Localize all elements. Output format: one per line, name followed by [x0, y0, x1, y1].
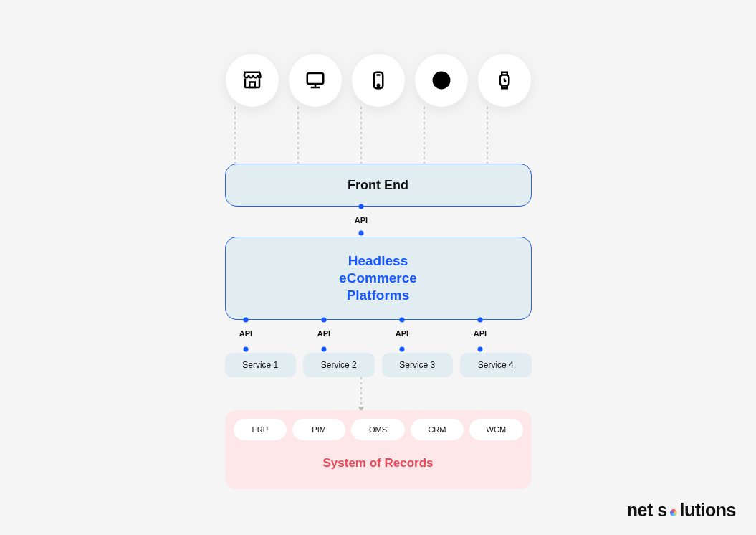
record-label: CRM [428, 425, 446, 434]
record-pill: OMS [351, 419, 404, 440]
connector-dot [400, 318, 405, 323]
diagram-canvas: Front End API Headless eCommerce Platfor… [0, 0, 756, 535]
api-label-service: API [472, 329, 488, 338]
service-label: Service 2 [321, 360, 357, 370]
service-label: Service 1 [242, 360, 278, 370]
connector-dot [400, 347, 405, 352]
smartwatch-icon [478, 54, 531, 107]
record-label: ERP [252, 425, 268, 434]
service-label: Service 3 [399, 360, 435, 370]
api-label-service: API [394, 329, 410, 338]
brand-text-part2: lutions [680, 500, 736, 521]
connector-dot [359, 231, 364, 236]
connector-dot [478, 347, 483, 352]
api-label-top: API [353, 216, 369, 224]
system-of-records-box: ERP PIM OMS CRM WCM System of Records [225, 410, 532, 489]
channel-icons-row [226, 54, 531, 107]
record-label: WCM [487, 425, 507, 434]
service-label: Service 4 [478, 360, 514, 370]
svg-rect-7 [307, 73, 323, 84]
mobile-icon [352, 54, 405, 107]
svg-rect-6 [249, 82, 255, 88]
storefront-icon [226, 54, 279, 107]
brand-dot-icon [670, 509, 677, 516]
record-label: PIM [312, 425, 326, 434]
connector-dot [359, 204, 364, 209]
connector-dot [244, 318, 249, 323]
connector-dot [478, 318, 483, 323]
record-label: OMS [369, 425, 387, 434]
brand-text-part1: net s [627, 500, 667, 521]
records-row: ERP PIM OMS CRM WCM [234, 419, 523, 440]
frontend-label: Front End [348, 178, 408, 193]
services-row: Service 1 Service 2 Service 3 Service 4 [225, 353, 532, 377]
api-label-service: API [316, 329, 332, 338]
api-label-service: API [238, 329, 254, 338]
service-box: Service 3 [382, 353, 454, 377]
headless-box: Headless eCommerce Platforms [225, 237, 532, 320]
facebook-icon [415, 54, 468, 107]
record-pill: ERP [234, 419, 287, 440]
headless-label: Headless eCommerce Platforms [339, 252, 417, 303]
desktop-icon [289, 54, 342, 107]
svg-point-11 [377, 85, 379, 87]
connector-dot [322, 318, 327, 323]
connector-dot [322, 347, 327, 352]
frontend-box: Front End [225, 164, 532, 207]
service-box: Service 2 [303, 353, 375, 377]
service-box: Service 1 [225, 353, 297, 377]
connector-dot [244, 347, 249, 352]
record-pill: CRM [411, 419, 464, 440]
records-title: System of Records [234, 456, 523, 470]
brand-logo: net slutions [627, 500, 736, 521]
record-pill: PIM [292, 419, 345, 440]
service-box: Service 4 [460, 353, 532, 377]
record-pill: WCM [469, 419, 522, 440]
